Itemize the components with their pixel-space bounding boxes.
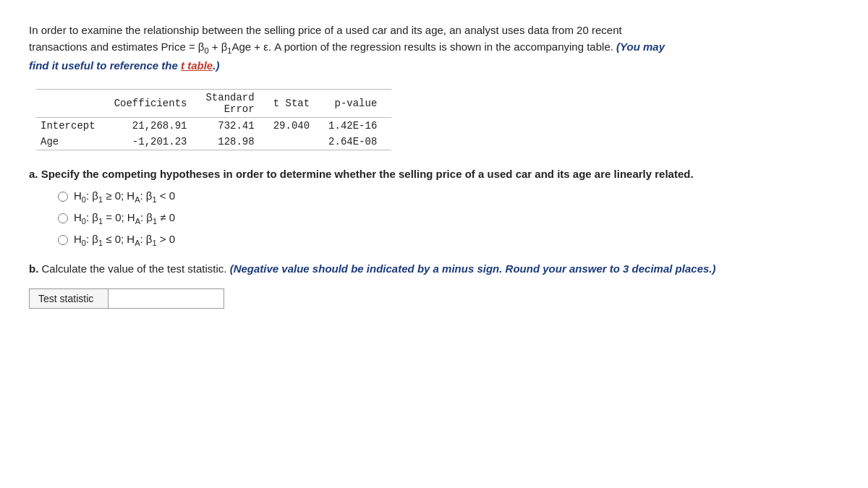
col-header-tstat: t Stat	[269, 89, 324, 117]
radio-input-3[interactable]	[58, 235, 68, 245]
table-row: Intercept 21,268.91 732.41 29.040 1.42E-…	[36, 117, 391, 134]
section-b-text: b. Calculate the value of the test stati…	[29, 260, 825, 277]
table-row: Age -1,201.23 128.98 2.64E-08	[36, 134, 391, 150]
row-intercept-pvalue: 1.42E-16	[324, 117, 391, 134]
hypothesis-label-3: H0: β1 ≤ 0; HA: β1 > 0	[74, 233, 175, 247]
intro-text-2: transactions and estimates Price = β0 + …	[29, 40, 665, 72]
col-header-label	[36, 89, 110, 117]
row-intercept-tstat: 29.040	[269, 117, 324, 134]
hypothesis-radio-group: H0: β1 ≥ 0; HA: β1 < 0 H0: β1 = 0; HA: β…	[58, 189, 839, 247]
section-a-letter: a.	[29, 168, 38, 180]
intro-text-1: In order to examine the relationship bet…	[29, 24, 622, 36]
row-age-pvalue: 2.64E-08	[324, 134, 391, 150]
row-age-tstat	[269, 134, 324, 150]
t-table-link[interactable]: t table	[181, 59, 213, 72]
row-intercept-coeff: 21,268.91	[110, 117, 202, 134]
section-a-label: a. Specify the competing hypotheses in o…	[29, 166, 825, 183]
radio-option-3[interactable]: H0: β1 ≤ 0; HA: β1 > 0	[58, 233, 839, 247]
row-intercept-label: Intercept	[36, 117, 110, 134]
hypothesis-label-2: H0: β1 = 0; HA: β1 ≠ 0	[74, 211, 175, 226]
test-statistic-label: Test statistic	[29, 288, 109, 309]
col-header-coeff: Coefficients	[110, 89, 202, 117]
test-statistic-row: Test statistic	[29, 288, 839, 309]
col-header-se: StandardError	[201, 89, 268, 117]
section-b-bold-text: (Negative value should be indicated by a…	[230, 262, 716, 275]
section-a-text: Specify the competing hypotheses in orde…	[41, 168, 694, 180]
row-intercept-se: 732.41	[201, 117, 268, 134]
intro-paragraph: In order to examine the relationship bet…	[29, 22, 825, 74]
test-statistic-input[interactable]	[109, 288, 224, 309]
row-age-coeff: -1,201.23	[110, 134, 202, 150]
radio-input-2[interactable]	[58, 213, 68, 223]
section-b-text-start: Calculate the value of the test statisti…	[42, 262, 230, 275]
col-header-pvalue: p-value	[324, 89, 391, 117]
row-age-se: 128.98	[201, 134, 268, 150]
hypothesis-label-1: H0: β1 ≥ 0; HA: β1 < 0	[74, 189, 175, 204]
row-age-label: Age	[36, 134, 110, 150]
section-b-letter: b.	[29, 262, 38, 275]
radio-input-1[interactable]	[58, 192, 68, 202]
regression-table: Coefficients StandardError t Stat p-valu…	[36, 89, 391, 150]
radio-option-2[interactable]: H0: β1 = 0; HA: β1 ≠ 0	[58, 211, 839, 226]
radio-option-1[interactable]: H0: β1 ≥ 0; HA: β1 < 0	[58, 189, 839, 204]
